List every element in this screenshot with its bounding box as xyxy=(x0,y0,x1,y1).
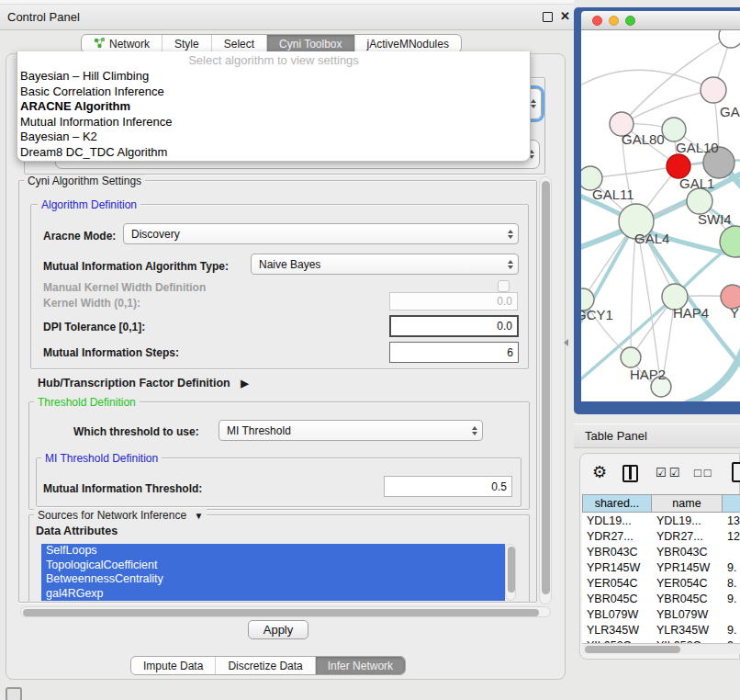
node-label-gal1: GAL1 xyxy=(679,175,714,191)
algorithm-option-mutual-information-inference[interactable]: Mutual Information Inference xyxy=(17,115,530,130)
tab-label: Network xyxy=(109,38,150,51)
mi-steps-label: Mutual Information Steps: xyxy=(43,346,179,359)
network-canvas[interactable]: GALGAL80GAL10GAL1GAL11SWI4GAL4HAP4YGCY1H… xyxy=(581,30,740,401)
network-edge[interactable] xyxy=(688,341,740,401)
aracne-mode-value: Discovery xyxy=(131,228,180,241)
algorithm-definition-legend: Algorithm Definition xyxy=(38,198,140,211)
network-edge[interactable] xyxy=(581,70,713,90)
table-row[interactable]: YDR27...YDR27...12 xyxy=(582,528,740,544)
mi-steps-value: 6 xyxy=(507,346,513,359)
which-threshold-value: MI Threshold xyxy=(227,424,291,437)
node-label-gal4: GAL4 xyxy=(634,231,669,246)
threshold-definition-legend: Threshold Definition xyxy=(34,396,140,409)
node-label-gal10: GAL10 xyxy=(676,140,719,155)
node-label-gal11: GAL11 xyxy=(592,186,634,202)
control-panel-title: Control Panel xyxy=(7,10,80,24)
tab-impute-data[interactable]: Impute Data xyxy=(131,657,216,674)
table-body: YDL19...YDL19...13YDR27...YDR27...12YBR0… xyxy=(582,513,740,653)
network-node[interactable] xyxy=(662,118,686,141)
settings-vscrollbar[interactable] xyxy=(539,176,552,604)
network-node[interactable] xyxy=(719,30,740,48)
close-traffic-light[interactable] xyxy=(592,16,602,26)
attribute-item-betweennesscentrality[interactable]: BetweennessCentrality xyxy=(41,572,505,587)
network-node[interactable] xyxy=(621,347,641,367)
minimize-traffic-light[interactable] xyxy=(609,16,619,26)
tab-cyni-toolbox[interactable]: Cyni Toolbox xyxy=(267,35,354,52)
columns-icon[interactable] xyxy=(622,465,638,482)
tab-infer-network[interactable]: Infer Network xyxy=(316,657,405,674)
table-hscrollbar[interactable] xyxy=(582,643,740,654)
apply-button[interactable]: Apply xyxy=(248,620,308,639)
aracne-mode-label: Aracne Mode: xyxy=(43,230,116,243)
sources-legend-toggle[interactable]: Sources for Network Inference ▼ xyxy=(34,509,207,522)
corner-widget-icon[interactable] xyxy=(6,687,22,700)
tab-network[interactable]: Network xyxy=(82,35,163,52)
attribute-item-selfloops[interactable]: SelfLoops xyxy=(41,544,505,559)
column-header-shared[interactable]: shared... xyxy=(582,494,652,513)
dpi-tolerance-label: DPI Tolerance [0,1]: xyxy=(43,321,145,333)
unchecked-boxes-icon[interactable]: □□ xyxy=(694,466,714,480)
mit-field[interactable]: 0.5 xyxy=(384,476,512,497)
tab-label: Select xyxy=(224,38,254,51)
table-cell: YDL19... xyxy=(652,514,723,527)
column-header-a[interactable]: A xyxy=(723,494,740,513)
attribute-item-topologicalcoefficient[interactable]: TopologicalCoefficient xyxy=(41,559,505,573)
tab-label: Cyni Toolbox xyxy=(279,38,342,51)
mi-type-combo[interactable]: Naive Bayes xyxy=(251,254,519,275)
algorithm-option-basic-correlation-inference[interactable]: Basic Correlation Inference xyxy=(17,85,530,100)
mi-type-value: Naive Bayes xyxy=(259,258,320,271)
table-row[interactable]: YBL079WYBL079W xyxy=(582,606,740,622)
network-node[interactable] xyxy=(687,188,712,214)
table-row[interactable]: YPR145WYPR145W9. xyxy=(582,559,740,575)
gear-icon[interactable]: ⚙ xyxy=(592,462,607,482)
control-panel-titlebar[interactable] xyxy=(0,5,574,30)
tab-jactivemnodules[interactable]: jActiveMNodules xyxy=(355,35,461,52)
network-icon xyxy=(94,37,106,51)
node-table: shared...nameA YDL19...YDL19...13YDR27..… xyxy=(582,494,740,654)
zoom-traffic-light[interactable] xyxy=(625,16,635,26)
control-panel-tabbar: NetworkStyleSelectCyni ToolboxjActiveMNo… xyxy=(81,34,462,53)
tab-select[interactable]: Select xyxy=(212,35,267,52)
stepper-icon xyxy=(531,99,536,108)
float-window-icon[interactable] xyxy=(543,12,553,22)
network-edge[interactable] xyxy=(590,166,678,178)
data-attributes-label: Data Attributes xyxy=(36,525,118,537)
manual-kernel-checkbox[interactable] xyxy=(498,280,510,292)
network-node[interactable] xyxy=(701,77,726,103)
algorithm-option-aracne-algorithm[interactable]: ARACNE Algorithm xyxy=(17,99,530,115)
column-header-name[interactable]: name xyxy=(652,494,723,513)
algorithm-option-bayesian-k2[interactable]: Bayesian – K2 xyxy=(17,130,530,145)
hub-definition-toggle[interactable]: Hub/Transcription Factor Definition ▶ xyxy=(38,377,249,390)
network-window-titlebar[interactable] xyxy=(581,11,740,30)
which-threshold-combo[interactable]: MI Threshold xyxy=(219,420,483,441)
node-label-gal80: GAL80 xyxy=(622,131,665,147)
mi-steps-field[interactable]: 6 xyxy=(389,342,519,363)
document-icon[interactable] xyxy=(732,462,740,482)
panel-splitter-arrow-icon[interactable] xyxy=(564,339,568,346)
table-row[interactable]: YBR045CYBR045C9. xyxy=(582,591,740,606)
which-threshold-label: Which threshold to use: xyxy=(73,425,199,438)
close-icon[interactable]: ✕ xyxy=(560,9,570,23)
checked-boxes-icon[interactable]: ☑☑ xyxy=(656,466,682,480)
tab-discretize-data[interactable]: Discretize Data xyxy=(216,657,315,674)
table-row[interactable]: YER054CYER054C8. xyxy=(582,575,740,591)
kernel-width-field[interactable]: 0.0 xyxy=(389,292,518,310)
manual-kernel-label: Manual Kernel Width Definition xyxy=(43,281,206,294)
dpi-tolerance-field[interactable]: 0.0 xyxy=(389,315,519,337)
table-cell: YBR043C xyxy=(582,546,652,559)
algorithm-dropdown-list[interactable]: Select algorithm to view settings Bayesi… xyxy=(17,51,531,162)
data-attributes-list[interactable]: SelfLoopsTopologicalCoefficientBetweenne… xyxy=(41,544,505,601)
aracne-mode-combo[interactable]: Discovery xyxy=(123,223,519,244)
table-panel-title: Table Panel xyxy=(585,429,647,443)
algorithm-option-bayesian-hill-climbing[interactable]: Bayesian – Hill Climbing xyxy=(17,69,530,85)
table-row[interactable]: YBR043CYBR043C xyxy=(582,544,740,559)
table-row[interactable]: YLR345WYLR345W9. xyxy=(582,622,740,638)
attributes-scrollbar[interactable] xyxy=(505,544,516,601)
settings-hscrollbar[interactable] xyxy=(20,606,551,617)
app-root: Control Panel ✕ NetworkStyleSelectCyni T… xyxy=(0,0,740,700)
attribute-item-gal4rgexp[interactable]: gal4RGexp xyxy=(41,587,505,602)
collapsed-arrow-icon: ▶ xyxy=(241,378,248,389)
table-row[interactable]: YDL19...YDL19...13 xyxy=(582,513,740,528)
algorithm-option-dream8-dc-tdc-algorithm[interactable]: Dream8 DC_TDC Algorithm xyxy=(17,145,530,161)
tab-style[interactable]: Style xyxy=(163,35,212,52)
